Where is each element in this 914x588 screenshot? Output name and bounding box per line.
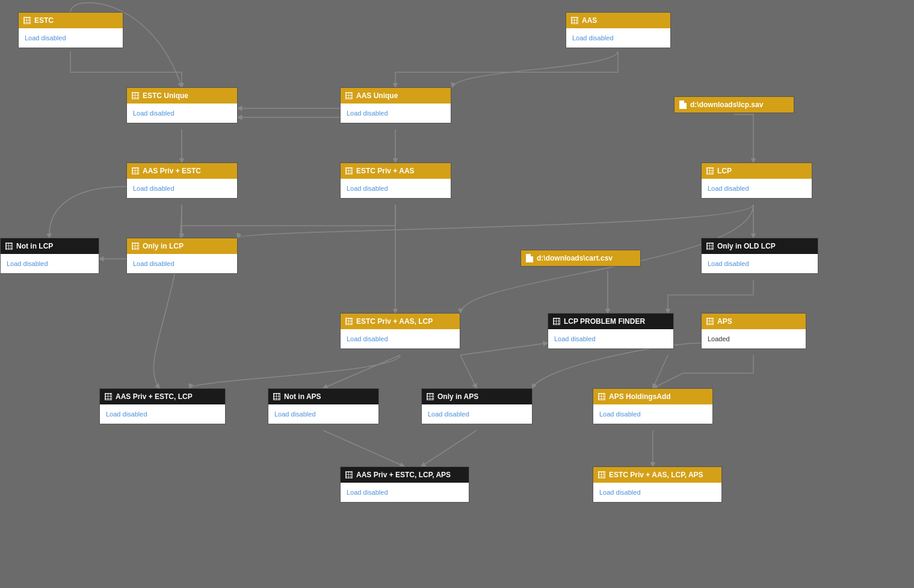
grid-icon [706, 167, 714, 175]
grid-icon [345, 92, 353, 99]
node-not-in-aps[interactable]: Not in APS Load disabled [268, 388, 379, 424]
node-aas-header: AAS [566, 13, 670, 28]
node-estc-priv-aas-status: Load disabled [347, 185, 388, 192]
node-estc[interactable]: ESTC Load disabled [18, 12, 123, 48]
node-estc-unique-header: ESTC Unique [127, 88, 237, 104]
node-cart-file-header: d:\downloads\cart.csv [521, 250, 640, 266]
grid-icon [132, 167, 139, 175]
node-estc-priv-aas-label: ESTC Priv + AAS [356, 167, 415, 175]
node-aas-priv-estc-lcp-aps-status: Load disabled [347, 489, 388, 496]
node-aps-body: Loaded [702, 329, 806, 348]
node-lcp-problem-finder-label: LCP PROBLEM FINDER [564, 317, 645, 326]
grid-icon [706, 243, 714, 250]
node-only-in-old-lcp-status: Load disabled [708, 260, 749, 267]
node-only-in-lcp[interactable]: Only in LCP Load disabled [126, 238, 238, 274]
node-estc-priv-aas-body: Load disabled [341, 179, 451, 198]
node-not-in-lcp-body: Load disabled [1, 254, 99, 273]
node-only-in-old-lcp[interactable]: Only in OLD LCP Load disabled [701, 238, 818, 274]
node-estc-priv-aas-lcp-aps-label: ESTC Priv + AAS, LCP, APS [609, 471, 703, 479]
grid-icon [598, 471, 605, 478]
node-not-in-aps-body: Load disabled [268, 404, 378, 424]
node-aas-priv-estc-lcp-label: AAS Priv + ESTC, LCP [116, 392, 193, 401]
node-estc-priv-aas-lcp-aps-header: ESTC Priv + AAS, LCP, APS [593, 467, 721, 483]
node-aas-body: Load disabled [566, 28, 670, 48]
node-aps[interactable]: APS Loaded [701, 313, 806, 349]
file-icon [526, 254, 533, 262]
node-only-in-aps-label: Only in APS [437, 392, 478, 401]
node-estc-priv-aas-lcp-body: Load disabled [341, 329, 460, 348]
node-estc-priv-aas-lcp-label: ESTC Priv + AAS, LCP [356, 317, 433, 326]
node-aas-priv-estc[interactable]: AAS Priv + ESTC Load disabled [126, 162, 238, 199]
node-aps-holdingsadd[interactable]: APS HoldingsAdd Load disabled [593, 388, 713, 424]
node-aas-status: Load disabled [572, 34, 614, 42]
node-lcp-header: LCP [702, 163, 812, 179]
node-only-in-aps-body: Load disabled [422, 404, 532, 424]
node-aas-priv-estc-body: Load disabled [127, 179, 237, 198]
node-aps-header: APS [702, 314, 806, 329]
grid-icon [273, 393, 280, 400]
node-lcp-problem-finder-header: LCP PROBLEM FINDER [548, 314, 673, 329]
node-estc-priv-aas-lcp-aps-body: Load disabled [593, 483, 721, 502]
node-aas-unique-header: AAS Unique [341, 88, 451, 104]
node-aas-unique-body: Load disabled [341, 104, 451, 123]
node-only-in-old-lcp-header: Only in OLD LCP [702, 238, 818, 254]
node-not-in-lcp-status: Load disabled [7, 260, 48, 267]
node-aas-priv-estc-lcp-body: Load disabled [100, 404, 225, 424]
grid-icon [706, 318, 714, 325]
node-only-in-lcp-header: Only in LCP [127, 238, 237, 254]
grid-icon [553, 318, 560, 325]
node-lcp[interactable]: LCP Load disabled [701, 162, 812, 199]
node-estc-unique-label: ESTC Unique [143, 91, 188, 100]
node-aas-priv-estc-lcp[interactable]: AAS Priv + ESTC, LCP Load disabled [99, 388, 226, 424]
node-cart-file-label: d:\downloads\cart.csv [537, 254, 613, 262]
node-estc-priv-aas-lcp-header: ESTC Priv + AAS, LCP [341, 314, 460, 329]
node-not-in-aps-label: Not in APS [284, 392, 321, 401]
node-estc-body: Load disabled [19, 28, 123, 48]
node-not-in-lcp-header: Not in LCP [1, 238, 99, 254]
node-not-in-lcp[interactable]: Not in LCP Load disabled [0, 238, 99, 274]
node-aps-holdingsadd-body: Load disabled [593, 404, 712, 424]
node-only-in-aps-header: Only in APS [422, 389, 532, 404]
node-estc-label: ESTC [34, 16, 54, 25]
grid-icon [132, 243, 139, 250]
grid-icon [345, 471, 353, 478]
node-estc-priv-aas-lcp[interactable]: ESTC Priv + AAS, LCP Load disabled [340, 313, 460, 349]
node-lcp-file[interactable]: d:\downloads\lcp.sav [674, 96, 794, 113]
node-aas-priv-estc-lcp-aps-label: AAS Priv + ESTC, LCP, APS [356, 471, 451, 479]
node-aas-priv-estc-lcp-status: Load disabled [106, 410, 147, 418]
node-aas-priv-estc-lcp-header: AAS Priv + ESTC, LCP [100, 389, 225, 404]
node-estc-priv-aas-lcp-aps-status: Load disabled [599, 489, 641, 496]
grid-icon [23, 17, 31, 24]
node-estc-priv-aas-header: ESTC Priv + AAS [341, 163, 451, 179]
node-estc-unique[interactable]: ESTC Unique Load disabled [126, 87, 238, 123]
node-aps-holdingsadd-header: APS HoldingsAdd [593, 389, 712, 404]
node-estc-priv-aas-lcp-aps[interactable]: ESTC Priv + AAS, LCP, APS Load disabled [593, 466, 722, 503]
node-only-in-aps[interactable]: Only in APS Load disabled [421, 388, 533, 424]
node-lcp-file-header: d:\downloads\lcp.sav [675, 97, 794, 113]
node-aas[interactable]: AAS Load disabled [566, 12, 671, 48]
node-aps-holdingsadd-label: APS HoldingsAdd [609, 392, 671, 401]
node-estc-priv-aas[interactable]: ESTC Priv + AAS Load disabled [340, 162, 451, 199]
grid-icon [105, 393, 112, 400]
node-estc-unique-body: Load disabled [127, 104, 237, 123]
grid-icon [427, 393, 434, 400]
node-only-in-aps-status: Load disabled [428, 410, 469, 418]
node-lcp-problem-finder[interactable]: LCP PROBLEM FINDER Load disabled [548, 313, 674, 349]
node-aas-priv-estc-lcp-aps[interactable]: AAS Priv + ESTC, LCP, APS Load disabled [340, 466, 469, 503]
grid-icon [345, 167, 353, 175]
grid-icon [345, 318, 353, 325]
grid-icon [571, 17, 578, 24]
node-lcp-body: Load disabled [702, 179, 812, 198]
node-not-in-aps-header: Not in APS [268, 389, 378, 404]
node-lcp-status: Load disabled [708, 185, 749, 192]
node-aas-unique[interactable]: AAS Unique Load disabled [340, 87, 451, 123]
node-cart-file[interactable]: d:\downloads\cart.csv [520, 250, 641, 267]
node-aas-priv-estc-lcp-aps-body: Load disabled [341, 483, 469, 502]
node-estc-unique-status: Load disabled [133, 110, 174, 117]
node-aps-status: Loaded [708, 335, 730, 342]
node-aas-unique-label: AAS Unique [356, 91, 398, 100]
node-aas-label: AAS [582, 16, 597, 25]
grid-icon [598, 393, 605, 400]
node-only-in-lcp-status: Load disabled [133, 260, 174, 267]
grid-icon [5, 243, 13, 250]
